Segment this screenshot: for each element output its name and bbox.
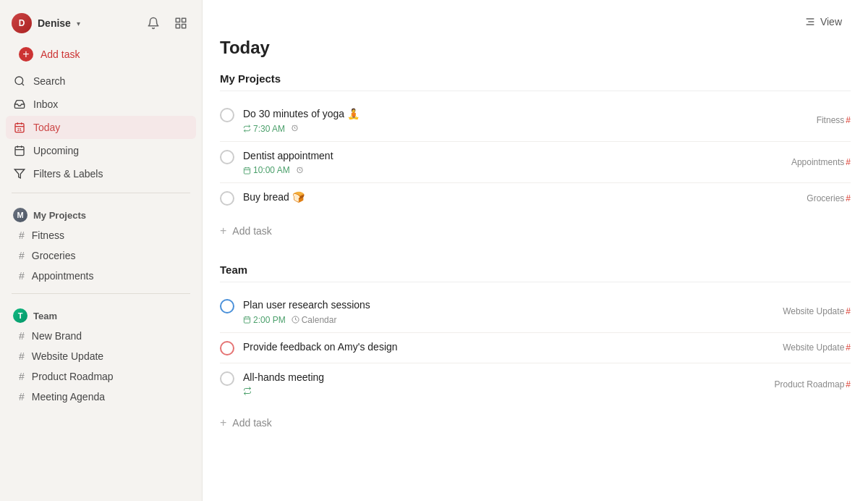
- task-body: Do 30 minutes of yoga 🧘 7:30 AM: [243, 107, 851, 134]
- new-brand-label: New Brand: [32, 330, 82, 342]
- svg-point-4: [15, 77, 23, 85]
- add-inline-icon: +: [220, 224, 226, 237]
- svg-rect-3: [182, 25, 186, 28]
- task-tag: Product Roadmap #: [775, 379, 851, 390]
- task-body: Dentist appointment 10:00 AM: [243, 149, 851, 176]
- page-content: Today My Projects Do 30 minutes of yoga …: [203, 38, 868, 452]
- add-task-label: Add task: [41, 49, 80, 60]
- task-name: Do 30 minutes of yoga 🧘: [243, 107, 851, 122]
- tag-hash-icon: #: [846, 115, 851, 125]
- layout-button[interactable]: [171, 14, 190, 33]
- sidebar-item-filters-label: Filters & Labels: [33, 168, 103, 180]
- calendar-source: Calendar: [292, 315, 337, 325]
- team-section: Team Plan user research sessions 2:00 PM: [220, 264, 851, 435]
- view-button[interactable]: View: [796, 12, 851, 32]
- inbox-icon: [13, 98, 26, 111]
- task-name: Buy bread 🍞: [243, 190, 851, 205]
- main-nav: + Add task Search Inbox 21 Today Up: [0, 42, 202, 185]
- tag-label: Website Update: [783, 342, 844, 353]
- task-tag: Appointments #: [791, 157, 851, 167]
- svg-rect-2: [176, 25, 179, 28]
- task-name: Provide feedback on Amy's design: [243, 340, 851, 355]
- add-task-inline-label: Add task: [232, 417, 271, 429]
- sidebar-item-upcoming-label: Upcoming: [33, 145, 79, 156]
- svg-marker-14: [14, 169, 24, 178]
- sidebar-item-groceries[interactable]: # Groceries: [6, 245, 196, 266]
- sidebar-item-search-label: Search: [33, 75, 65, 87]
- team-header: T Team: [0, 301, 202, 326]
- task-body: All-hands meeting: [243, 371, 851, 398]
- avatar: D: [12, 13, 32, 33]
- task-tag: Website Update #: [783, 306, 851, 316]
- my-projects-task-list: Do 30 minutes of yoga 🧘 7:30 AM Fitness …: [220, 100, 851, 213]
- tag-hash-icon: #: [846, 193, 851, 203]
- task-checkbox[interactable]: [220, 299, 234, 313]
- table-row: Do 30 minutes of yoga 🧘 7:30 AM Fitness …: [220, 100, 851, 142]
- tag-label: Groceries: [807, 193, 844, 203]
- my-projects-avatar: M: [13, 208, 27, 222]
- task-checkbox[interactable]: [220, 150, 234, 164]
- view-label: View: [820, 16, 842, 28]
- add-inline-icon: +: [220, 416, 226, 429]
- sidebar-item-appointments[interactable]: # Appointments: [6, 266, 196, 286]
- sidebar-item-fitness[interactable]: # Fitness: [6, 225, 196, 245]
- tag-hash-icon: #: [846, 306, 851, 316]
- chevron-down-icon: ▾: [77, 20, 80, 28]
- task-tag: Website Update #: [783, 342, 851, 353]
- add-task-inline-my-projects[interactable]: + Add task: [220, 219, 851, 243]
- hash-icon: #: [19, 391, 25, 403]
- table-row: Plan user research sessions 2:00 PM Cale…: [220, 291, 851, 333]
- sidebar-divider-1: [12, 193, 190, 193]
- task-tag: Fitness #: [817, 115, 851, 125]
- appointments-label: Appointments: [32, 270, 94, 282]
- task-name: Plan user research sessions: [243, 298, 851, 313]
- sidebar-item-inbox[interactable]: Inbox: [6, 93, 196, 116]
- user-menu[interactable]: D Denise ▾: [12, 13, 80, 33]
- repeat-icon: [243, 387, 252, 397]
- task-name: Dentist appointment: [243, 149, 851, 164]
- add-task-inline-label: Add task: [232, 225, 271, 237]
- sidebar-item-product-roadmap[interactable]: # Product Roadmap: [6, 366, 196, 387]
- search-icon: [13, 75, 26, 88]
- task-checkbox[interactable]: [220, 191, 234, 206]
- task-checkbox[interactable]: [220, 108, 234, 122]
- website-update-label: Website Update: [32, 350, 103, 362]
- sidebar-item-new-brand[interactable]: # New Brand: [6, 326, 196, 346]
- hash-icon: #: [19, 371, 25, 382]
- task-checkbox[interactable]: [220, 371, 234, 386]
- sidebar-item-meeting-agenda[interactable]: # Meeting Agenda: [6, 387, 196, 407]
- today-icon: 21: [13, 121, 26, 134]
- sidebar-item-today[interactable]: 21 Today: [6, 116, 196, 139]
- sidebar-item-filters[interactable]: Filters & Labels: [6, 162, 196, 185]
- meeting-agenda-label: Meeting Agenda: [32, 391, 105, 403]
- add-task-button[interactable]: + Add task: [12, 42, 190, 67]
- sidebar-item-today-label: Today: [33, 122, 60, 133]
- add-task-inline-team[interactable]: + Add task: [220, 411, 851, 435]
- sidebar-item-search[interactable]: Search: [6, 70, 196, 93]
- task-checkbox[interactable]: [220, 341, 234, 355]
- hash-icon: #: [19, 250, 25, 261]
- task-name: All-hands meeting: [243, 371, 851, 385]
- svg-rect-10: [15, 147, 24, 156]
- sidebar-item-upcoming[interactable]: Upcoming: [6, 139, 196, 162]
- notification-button[interactable]: [144, 14, 163, 33]
- task-meta: 2:00 PM Calendar: [243, 315, 851, 325]
- task-time: 10:00 AM: [243, 165, 290, 175]
- main-toolbar: View: [203, 0, 868, 38]
- task-body: Provide feedback on Amy's design: [243, 340, 851, 355]
- add-icon: +: [19, 47, 33, 62]
- sidebar-header: D Denise ▾: [0, 9, 202, 42]
- task-meta: 10:00 AM: [243, 165, 851, 175]
- hash-icon: #: [19, 350, 25, 362]
- tag-hash-icon: #: [846, 157, 851, 167]
- table-row: Dentist appointment 10:00 AM Appointment…: [220, 142, 851, 184]
- team-section-title: Team: [220, 264, 851, 282]
- svg-rect-1: [182, 18, 186, 22]
- user-name: Denise: [38, 17, 71, 29]
- team-label: Team: [33, 311, 57, 321]
- task-meta: 7:30 AM: [243, 124, 851, 134]
- my-projects-label: My Projects: [33, 210, 86, 221]
- svg-rect-0: [176, 18, 179, 22]
- sidebar-toolbar: [144, 14, 190, 33]
- sidebar-item-website-update[interactable]: # Website Update: [6, 346, 196, 366]
